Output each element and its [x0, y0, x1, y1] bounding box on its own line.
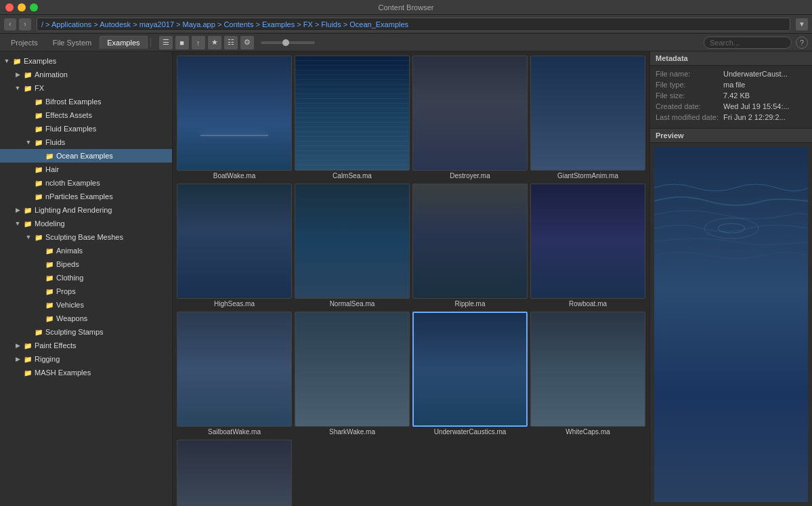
arrow-animation: ▶ — [12, 71, 23, 78]
thumb-whitecaps — [530, 312, 645, 427]
arrow-fluids: ▼ — [23, 139, 34, 146]
path-dropdown[interactable]: ▼ — [796, 18, 808, 30]
sidebar-item-examples[interactable]: ▼ 📁 Examples — [0, 54, 172, 68]
sidebar-item-weapons[interactable]: 📁 Weapons — [0, 312, 172, 325]
sidebar-item-lighting[interactable]: ▶ 📁 Lighting And Rendering — [0, 203, 172, 217]
label-ocean-examples: Ocean Examples — [56, 152, 113, 160]
grid-item-normalsea[interactable]: NormalSea.ma — [295, 184, 410, 309]
maximize-button[interactable] — [30, 3, 38, 12]
slider-thumb[interactable] — [282, 39, 289, 46]
preview-section: Preview — [650, 129, 812, 506]
sidebar-item-effects-assets[interactable]: 📁 Effects Assets — [0, 108, 172, 122]
sidebar-item-vehicles[interactable]: 📁 Vehicles — [0, 298, 172, 312]
metadata-section: Metadata File name: UnderwaterCaust... F… — [650, 51, 812, 129]
label-animation: Animation — [35, 70, 68, 79]
back-button[interactable]: ‹ — [4, 18, 16, 30]
folder-icon-bifrost: 📁 — [34, 97, 43, 106]
folder-icon-animals: 📁 — [45, 246, 54, 255]
bookmark-button[interactable]: ★ — [208, 36, 221, 49]
grid-item-sharkwake[interactable]: SharkWake.ma — [295, 312, 410, 437]
body-area: ▼ 📁 Examples ▶ 📁 Animation ▼ 📁 FX 📁 Bifr… — [0, 51, 812, 506]
label-sailboatwake: SailboatWake.ma — [177, 427, 292, 437]
breadcrumb[interactable]: / > Applications > Autodesk > maya2017 >… — [37, 18, 790, 31]
minimize-button[interactable] — [18, 3, 26, 12]
tab-filesystem[interactable]: File System — [46, 37, 98, 49]
folder-icon-mash: 📁 — [23, 368, 33, 377]
grid-item-ripple[interactable]: Ripple.ma — [412, 184, 528, 309]
preview-header: Preview — [650, 129, 812, 143]
nav-bar: ‹ › / > Applications > Autodesk > maya20… — [0, 15, 812, 34]
tab-examples[interactable]: Examples — [100, 36, 147, 49]
sidebar-item-ocean-examples[interactable]: 📁 Ocean Examples — [0, 149, 172, 163]
folder-icon-clothing: 📁 — [45, 273, 54, 282]
folder-icon-rigging: 📁 — [23, 354, 33, 364]
folder-icon-ocean: 📁 — [45, 151, 54, 161]
app-container: ‹ › / > Applications > Autodesk > maya20… — [0, 15, 812, 506]
size-slider[interactable] — [261, 41, 315, 44]
grid-item-rowboat[interactable]: Rowboat.ma — [530, 184, 645, 309]
sidebar-item-hair[interactable]: 📁 Hair — [0, 163, 172, 176]
sidebar-item-fluid-examples[interactable]: 📁 Fluid Examples — [0, 122, 172, 135]
grid-item-highseas[interactable]: HighSeas.ma — [177, 184, 292, 309]
arrow-lighting: ▶ — [12, 207, 23, 213]
tab-projects[interactable]: Projects — [4, 37, 45, 49]
list-view-button[interactable]: ☰ — [159, 36, 173, 49]
grid-item-giantstorm[interactable]: GiantStormAnim.ma — [530, 56, 645, 181]
label-whitecaps: WhiteCaps.ma — [530, 427, 645, 437]
forward-button[interactable]: › — [19, 18, 31, 30]
arrow-fx: ▼ — [12, 85, 23, 91]
arrow-rigging: ▶ — [12, 356, 23, 362]
label-lighting: Lighting And Rendering — [35, 206, 112, 214]
up-dir-button[interactable]: ↑ — [192, 36, 205, 49]
size-slider-wrap — [255, 41, 702, 44]
grid-item-windingpond[interactable]: WindingPondWake.ma — [177, 440, 292, 506]
folder-icon-hair: 📁 — [34, 165, 43, 174]
folder-icon-ncloth: 📁 — [34, 178, 43, 188]
content-area: BoatWake.ma CalmSea.ma Destroyer.ma Gian… — [173, 51, 649, 506]
grid-item-whitecaps[interactable]: WhiteCaps.ma — [530, 312, 645, 437]
grid-view-button[interactable]: ■ — [175, 36, 189, 49]
meta-key-filename: File name: — [656, 70, 723, 78]
search-box[interactable]: Search... — [704, 37, 792, 49]
sidebar-item-mash[interactable]: 📁 MASH Examples — [0, 366, 172, 379]
sidebar-item-paint-effects[interactable]: ▶ 📁 Paint Effects — [0, 339, 172, 352]
search-placeholder: Search... — [710, 39, 740, 47]
sidebar-item-animals[interactable]: 📁 Animals — [0, 244, 172, 257]
sidebar-item-fx[interactable]: ▼ 📁 FX — [0, 81, 172, 95]
sidebar-item-rigging[interactable]: ▶ 📁 Rigging — [0, 352, 172, 366]
folder-icon-bipeds: 📁 — [45, 259, 54, 269]
sidebar-item-nparticles[interactable]: 📁 nParticles Examples — [0, 190, 172, 203]
meta-row-filesize: File size: 7.42 KB — [656, 91, 807, 100]
sidebar-item-props[interactable]: 📁 Props — [0, 284, 172, 298]
list-options-button[interactable]: ☷ — [224, 36, 238, 49]
grid-item-destroyer[interactable]: Destroyer.ma — [412, 56, 528, 181]
title-bar: Content Browser — [0, 0, 812, 15]
sidebar-item-sculpting-stamps[interactable]: 📁 Sculpting Stamps — [0, 325, 172, 339]
sidebar-item-animation[interactable]: ▶ 📁 Animation — [0, 68, 172, 81]
sidebar-item-clothing[interactable]: 📁 Clothing — [0, 271, 172, 284]
grid-item-boatwake[interactable]: BoatWake.ma — [177, 56, 292, 181]
grid-item-sailboatwake[interactable]: SailboatWake.ma — [177, 312, 292, 437]
label-animals: Animals — [56, 247, 83, 255]
folder-icon-modeling: 📁 — [23, 219, 33, 228]
sidebar-item-bifrost[interactable]: 📁 Bifrost Examples — [0, 95, 172, 108]
grid-item-calmsea[interactable]: CalmSea.ma — [295, 56, 410, 181]
grid-item-underwater[interactable]: UnderwaterCaustics.ma — [412, 312, 528, 437]
label-destroyer: Destroyer.ma — [412, 171, 528, 181]
label-bifrost: Bifrost Examples — [45, 98, 102, 106]
sidebar-item-sculpting-base[interactable]: ▼ 📁 Sculpting Base Meshes — [0, 230, 172, 244]
label-ripple: Ripple.ma — [412, 299, 528, 309]
sidebar-item-bipeds[interactable]: 📁 Bipeds — [0, 257, 172, 271]
label-giantstorm: GiantStormAnim.ma — [530, 171, 645, 181]
sidebar-item-fluids[interactable]: ▼ 📁 Fluids — [0, 135, 172, 149]
close-button[interactable] — [5, 3, 14, 12]
sidebar-item-modeling[interactable]: ▼ 📁 Modeling — [0, 217, 172, 230]
thumb-boatwake — [177, 56, 292, 171]
label-weapons: Weapons — [56, 314, 87, 322]
label-modeling: Modeling — [35, 219, 65, 228]
help-button[interactable]: ? — [796, 37, 808, 49]
settings-button[interactable]: ⚙ — [240, 36, 254, 49]
sidebar-item-ncloth[interactable]: 📁 ncloth Examples — [0, 176, 172, 190]
label-effects-assets: Effects Assets — [45, 111, 92, 119]
window-controls[interactable] — [5, 3, 38, 12]
